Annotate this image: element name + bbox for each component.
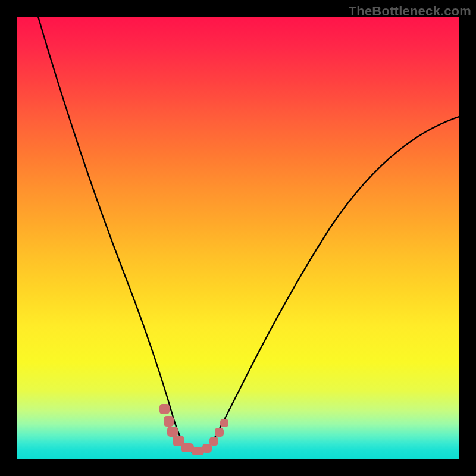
bottleneck-curve: [17, 17, 459, 459]
plot-area: [17, 17, 459, 459]
svg-rect-6: [202, 444, 212, 453]
svg-rect-9: [220, 419, 228, 427]
svg-rect-2: [167, 427, 178, 437]
svg-rect-1: [164, 416, 174, 427]
watermark-text: TheBottleneck.com: [349, 4, 471, 19]
curve-path: [38, 17, 459, 453]
svg-rect-5: [192, 447, 204, 455]
svg-rect-0: [159, 404, 170, 414]
marker-dots: [159, 404, 228, 455]
svg-rect-8: [215, 428, 224, 437]
chart-frame: TheBottleneck.com: [0, 0, 476, 476]
svg-rect-7: [209, 437, 218, 446]
